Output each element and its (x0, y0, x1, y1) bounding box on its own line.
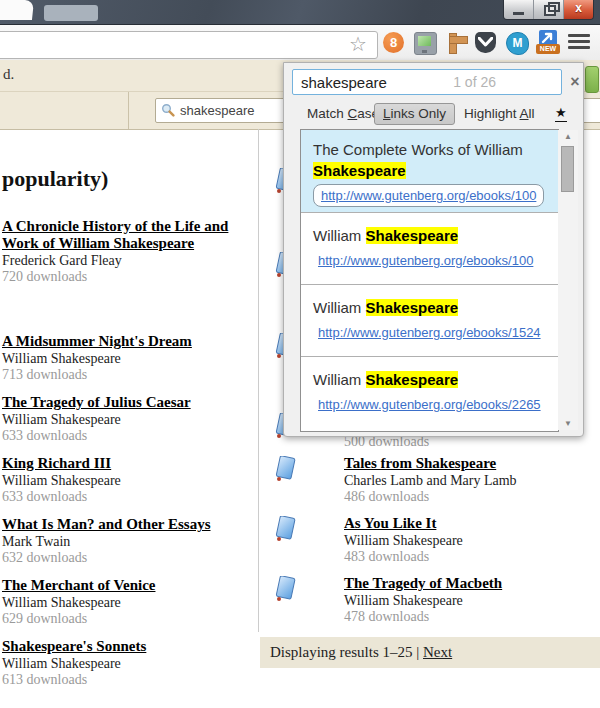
book-icon (274, 516, 298, 542)
messenger-m-icon[interactable]: M (506, 32, 529, 55)
chevron-down-icon (478, 37, 493, 47)
ruler-horizontal (449, 36, 468, 44)
book-icon (274, 576, 298, 602)
findbar-close-icon[interactable]: × (567, 72, 583, 92)
close-icon: x (564, 1, 593, 15)
truncated-text: d. (3, 66, 14, 83)
new-extension-icon[interactable]: NEW (536, 30, 560, 54)
book-entry: King Richard III William Shakespeare 633… (2, 455, 256, 505)
result-url-link[interactable]: http://www.gutenberg.org/ebooks/100 (321, 188, 536, 203)
minimize-icon (513, 12, 524, 15)
next-page-link[interactable]: Next (423, 644, 452, 660)
new-badge: NEW (536, 44, 560, 54)
book-downloads: 632 downloads (2, 550, 256, 566)
book-title-link[interactable]: A Midsummer Night's Dream (2, 333, 256, 350)
find-result-item[interactable]: William Shakespeare http://www.gutenberg… (301, 356, 558, 428)
book-entry: The Tragedy of Macbeth William Shakespea… (344, 575, 584, 625)
scrollbar-thumb[interactable] (561, 146, 574, 192)
book-author: Frederick Gard Fleay (2, 253, 256, 269)
result-url-link[interactable]: http://www.gutenberg.org/ebooks/100 (313, 253, 546, 268)
book-entry: The Merchant of Venice William Shakespea… (2, 577, 256, 627)
book-author: William Shakespeare (2, 473, 256, 489)
book-entry: What Is Man? and Other Essays Mark Twain… (2, 516, 256, 566)
site-search-go-button[interactable] (585, 66, 599, 93)
bar (568, 40, 590, 43)
book-downloads: 486 downloads (344, 489, 584, 505)
browser-tab[interactable] (0, 0, 34, 20)
search-icon (161, 103, 175, 117)
window-titlebar: x (0, 0, 600, 25)
result-url-link[interactable]: http://www.gutenberg.org/ebooks/1524 (313, 325, 546, 340)
scrollbar[interactable]: ▲ ▼ (558, 130, 578, 430)
book-entry: A Midsummer Night's Dream William Shakes… (2, 333, 256, 383)
highlighted-match: Shakespeare (366, 371, 459, 388)
bar (568, 34, 590, 37)
book-entry: A Chronicle History of the Life and Work… (2, 218, 256, 285)
url-bar[interactable] (0, 31, 378, 59)
book-title-link[interactable]: Shakespeare's Sonnets (2, 638, 256, 655)
book-title-link[interactable]: The Merchant of Venice (2, 577, 256, 594)
book-author: William Shakespeare (2, 412, 256, 428)
book-author: William Shakespeare (344, 593, 584, 609)
book-title-link[interactable]: King Richard III (2, 455, 256, 472)
highlight-all-button[interactable]: Highlight All (464, 103, 535, 125)
menu-hamburger-icon[interactable] (568, 34, 590, 50)
book-author: William Shakespeare (2, 351, 256, 367)
book-entry: Tales from Shakespeare Charles Lamb and … (344, 455, 584, 505)
book-title-link[interactable]: Tales from Shakespeare (344, 455, 584, 472)
site-search-value: shakespeare (180, 103, 254, 118)
book-downloads: 629 downloads (2, 611, 256, 627)
screen-base (422, 50, 427, 53)
find-result-item[interactable]: William Shakespeare http://www.gutenberg… (301, 212, 558, 284)
extension-bubble-icon[interactable]: 8 (383, 32, 404, 53)
book-entry: As You Like It William Shakespeare 483 d… (344, 515, 584, 565)
book-icon (274, 456, 298, 482)
book-author: Mark Twain (2, 534, 256, 550)
restore-icon (544, 5, 556, 16)
bar (568, 46, 590, 49)
window-controls: x (503, 0, 594, 20)
find-result-item[interactable]: William Shakespeare http://www.gutenberg… (301, 284, 558, 356)
screen-glyph (418, 36, 431, 46)
book-title-link[interactable]: The Tragedy of Julius Caesar (2, 394, 256, 411)
highlighted-match: Shakespeare (366, 227, 459, 244)
find-result-item[interactable]: The Complete Works of William Shakespear… (301, 130, 558, 212)
book-downloads: 483 downloads (344, 549, 584, 565)
book-downloads: 713 downloads (2, 367, 256, 383)
restore-button[interactable] (534, 0, 564, 19)
book-title-link[interactable]: What Is Man? and Other Essays (2, 516, 256, 533)
pagination-text: Displaying results 1–25 | (270, 644, 419, 660)
book-downloads: 613 downloads (2, 672, 256, 688)
pinned-tab[interactable] (44, 5, 98, 21)
close-button[interactable]: x (564, 0, 593, 19)
pagination-bar: Displaying results 1–25 | Next (260, 637, 600, 668)
book-author: William Shakespeare (2, 595, 256, 611)
result-url-link[interactable]: http://www.gutenberg.org/ebooks/2265 (313, 397, 546, 412)
bookmark-star-icon[interactable]: ☆ (345, 31, 371, 57)
divider (128, 92, 129, 129)
book-title-link[interactable]: A Chronicle History of the Life and Work… (2, 218, 256, 252)
links-only-button[interactable]: Links Only (374, 103, 455, 125)
findbar-star-button[interactable]: ★ (555, 104, 567, 122)
scroll-up-icon[interactable]: ▲ (558, 132, 578, 141)
column-divider (258, 129, 259, 632)
book-downloads: 478 downloads (344, 609, 584, 625)
highlighted-match: Shakespeare (313, 162, 406, 179)
book-downloads: 633 downloads (2, 489, 256, 505)
minimize-button[interactable] (504, 0, 534, 19)
find-input[interactable] (292, 69, 562, 95)
book-author: William Shakespeare (2, 656, 256, 672)
book-entry: Shakespeare's Sonnets William Shakespear… (2, 638, 256, 688)
match-case-button[interactable]: Match Case (307, 103, 379, 125)
scroll-down-icon[interactable]: ▼ (558, 419, 578, 428)
find-results-list: The Complete Works of William Shakespear… (300, 129, 559, 432)
pocket-icon[interactable] (475, 32, 496, 53)
book-title-link[interactable]: The Tragedy of Macbeth (344, 575, 584, 592)
measureit-ruler-icon[interactable] (446, 32, 467, 53)
book-author: William Shakespeare (344, 533, 584, 549)
findbar-panel: 1 of 26 × Match Case Links Only Highligh… (283, 62, 584, 437)
book-downloads: 633 downloads (2, 428, 256, 444)
book-title-link[interactable]: As You Like It (344, 515, 584, 532)
book-author: Charles Lamb and Mary Lamb (344, 473, 584, 489)
screengrab-icon[interactable] (414, 32, 437, 55)
